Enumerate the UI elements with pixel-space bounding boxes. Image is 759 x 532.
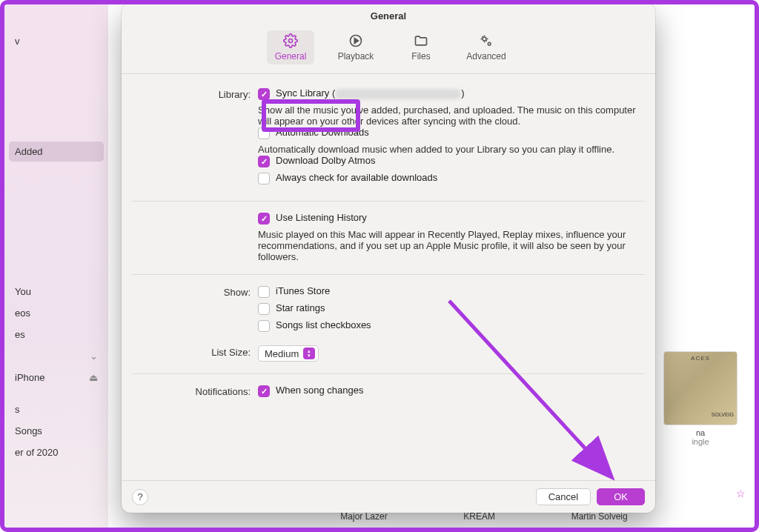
option-label: Always check for available downloads [276, 172, 437, 183]
album-card[interactable]: ACES SOLVEIG na ingle [660, 351, 741, 446]
album-footer-text: SOLVEIG [664, 412, 737, 417]
eject-icon[interactable]: ⏏ [89, 372, 98, 383]
option-label: Songs list checkboxes [276, 319, 371, 330]
section-list-size: List Size: Medium [132, 344, 645, 369]
option-label: Automatic Downloads [276, 127, 369, 138]
artist-name[interactable]: Major Lazer [340, 511, 387, 522]
album-header-text: ACES [664, 355, 737, 362]
help-button[interactable]: ? [132, 489, 148, 505]
option-label: Star ratings [276, 302, 325, 313]
checkbox-star-ratings[interactable] [258, 303, 270, 315]
section-label: List Size: [132, 345, 258, 358]
option-star-ratings[interactable]: Star ratings [258, 302, 645, 315]
preferences-dialog: General General Playback Files Advanced [122, 3, 655, 513]
checkbox-song-changes[interactable] [258, 385, 270, 397]
checkbox-listening-history[interactable] [258, 213, 270, 225]
album-art: ACES SOLVEIG [663, 351, 738, 425]
option-description: Music played on this Mac will appear in … [258, 229, 645, 262]
sidebar-item[interactable]: eos [9, 303, 104, 323]
option-label: When song changes [276, 385, 364, 396]
section-library: Library: Sync Library () Show all the mu… [132, 80, 645, 196]
cancel-button[interactable]: Cancel [536, 488, 591, 505]
sidebar-item-added[interactable]: Added [9, 142, 104, 162]
option-automatic-downloads[interactable]: Automatic Downloads [258, 127, 645, 139]
section-label: Show: [132, 285, 258, 298]
tab-label: Playback [338, 51, 374, 61]
artist-row: Major Lazer KREAM Martin Solveig [110, 511, 755, 522]
tab-general[interactable]: General [267, 30, 314, 64]
artist-name[interactable]: Martin Solveig [571, 511, 628, 522]
option-listening-history[interactable]: Use Listening History [258, 212, 645, 225]
option-label: Use Listening History [276, 212, 367, 223]
artist-name[interactable]: KREAM [463, 511, 495, 522]
tab-label: Advanced [466, 51, 506, 61]
album-title: na [660, 428, 741, 437]
tab-label: General [275, 51, 307, 61]
checkbox-itunes-store[interactable] [258, 286, 270, 298]
background-sidebar: v Added You eos es ⌄ iPhone ⏏ s Songs er… [4, 4, 108, 528]
checkbox-sync-library[interactable] [258, 88, 270, 100]
tab-label: Files [411, 51, 430, 61]
sidebar-item[interactable]: s [9, 399, 104, 419]
sidebar-item[interactable]: er of 2020 [9, 442, 104, 462]
sidebar-item-iphone[interactable]: iPhone ⏏ [9, 368, 104, 388]
option-check-downloads[interactable]: Always check for available downloads [258, 172, 645, 184]
folder-icon [414, 33, 428, 48]
album-subtitle: ingle [660, 437, 741, 446]
gears-icon [479, 33, 494, 48]
sidebar-item[interactable]: Songs [9, 421, 104, 441]
section-show: Show: iTunes Store Star ratings Songs li… [132, 274, 645, 344]
select-value: Medium [265, 348, 299, 359]
tab-advanced[interactable]: Advanced [463, 30, 510, 64]
section-label: Notifications: [132, 385, 258, 397]
stepper-icon [303, 348, 315, 359]
dialog-footer: ? Cancel OK [122, 480, 655, 513]
svg-point-3 [483, 37, 486, 41]
checkbox-songs-list[interactable] [258, 320, 270, 332]
option-songs-checkboxes[interactable]: Songs list checkboxes [258, 319, 645, 332]
ok-button[interactable]: OK [597, 488, 645, 505]
option-label: Download Dolby Atmos [276, 155, 375, 166]
section-notifications: Notifications: When song changes [132, 373, 645, 409]
star-icon[interactable]: ☆ [736, 488, 746, 499]
svg-point-0 [289, 39, 293, 43]
option-label: iTunes Store [276, 285, 330, 296]
option-description: Show all the music you've added, purchas… [258, 104, 645, 127]
checkbox-check-downloads[interactable] [258, 173, 270, 184]
sidebar-item[interactable] [9, 10, 104, 19]
tab-files[interactable]: Files [397, 30, 445, 64]
dialog-title: General [122, 3, 655, 26]
gear-icon [283, 33, 298, 48]
tab-playback[interactable]: Playback [332, 30, 380, 64]
svg-marker-2 [354, 39, 358, 44]
option-description: Automatically download music when added … [258, 144, 645, 155]
section-label: Library: [132, 87, 258, 100]
option-song-changes[interactable]: When song changes [258, 385, 645, 397]
option-sync-library[interactable]: Sync Library () [258, 87, 645, 100]
sidebar-item[interactable]: es [9, 325, 104, 345]
redacted-account [335, 89, 461, 99]
option-label: Sync Library [276, 87, 329, 99]
section-history: Use Listening History Music played on th… [132, 201, 645, 270]
sidebar-item[interactable]: You [9, 282, 104, 302]
list-size-select[interactable]: Medium [258, 345, 319, 362]
sidebar-item[interactable]: v [9, 31, 104, 51]
preferences-toolbar: General Playback Files Advanced [122, 26, 655, 74]
chevron-down-icon[interactable]: ⌄ [90, 350, 98, 362]
checkbox-dolby-atmos[interactable] [258, 156, 270, 167]
sidebar-item[interactable]: ⌄ [9, 346, 104, 366]
checkbox-automatic-downloads[interactable] [258, 127, 270, 139]
option-itunes-store[interactable]: iTunes Store [258, 285, 645, 298]
svg-point-4 [488, 42, 491, 45]
play-icon [348, 33, 363, 48]
option-dolby-atmos[interactable]: Download Dolby Atmos [258, 155, 645, 167]
dialog-content: Library: Sync Library () Show all the mu… [122, 74, 655, 480]
